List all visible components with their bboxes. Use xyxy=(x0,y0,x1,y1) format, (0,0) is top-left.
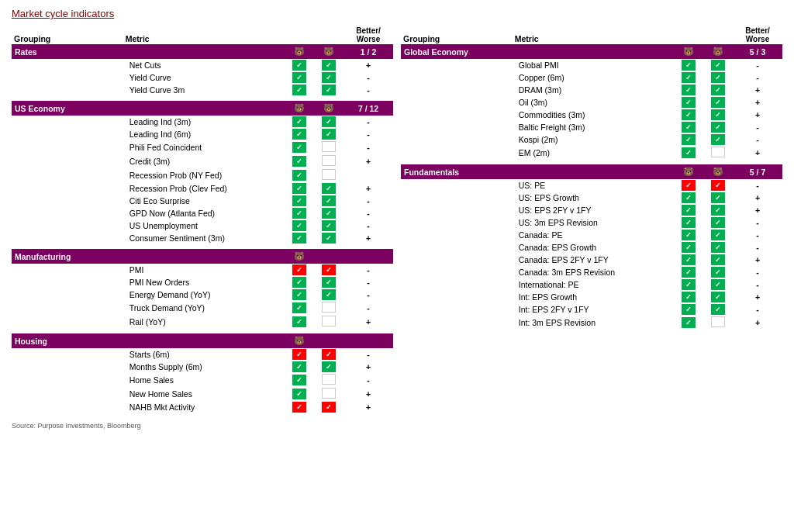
indicator-1-cell: ✓ xyxy=(284,361,313,373)
metric-cell: Oil (3m) xyxy=(513,96,674,109)
group-bear1-cell: 🐻 xyxy=(284,101,313,116)
grouping-cell xyxy=(12,71,123,84)
grouping-cell xyxy=(401,133,513,146)
grouping-cell xyxy=(12,168,123,182)
indicator-2-cell: ✓ xyxy=(703,254,733,266)
grouping-cell xyxy=(401,266,513,278)
indicator-1-cell: ✓ xyxy=(673,316,703,330)
metric-cell: EM (2m) xyxy=(513,146,674,160)
metric-cell: PMI New Orders xyxy=(123,276,285,288)
group-bear1-cell: 🐻 xyxy=(673,44,703,59)
grouping-cell xyxy=(12,232,123,244)
table-row: Oil (3m)✓✓+ xyxy=(401,96,782,109)
better-worse-cell: - xyxy=(343,348,393,361)
grouping-cell xyxy=(401,241,513,254)
spacer-row xyxy=(12,413,393,418)
grouping-cell xyxy=(401,192,513,204)
grouping-cell xyxy=(12,128,123,140)
better-worse-cell: + xyxy=(733,109,782,121)
table-row: Rail (YoY)✓+ xyxy=(12,315,393,329)
group-name-cell: US Economy xyxy=(12,101,284,116)
indicator-1-cell: ✓ xyxy=(673,254,703,266)
group-bear2-cell: 🐻 xyxy=(314,101,343,116)
group-score-cell xyxy=(343,333,393,348)
grouping-cell xyxy=(401,229,513,241)
indicator-1-cell: ✓ xyxy=(284,315,313,329)
grouping-cell xyxy=(401,59,513,71)
better-worse-cell: + xyxy=(733,192,782,204)
indicator-1-cell: ✓ xyxy=(673,121,703,133)
group-bear1-cell: 🐻 xyxy=(284,249,313,264)
metric-cell: Phili Fed Coincident xyxy=(123,140,285,154)
indicator-1-cell: ✓ xyxy=(284,207,313,219)
indicator-1-cell: ✓ xyxy=(284,116,313,128)
better-worse-cell: + xyxy=(343,154,393,168)
indicator-1-cell: ✓ xyxy=(673,146,703,160)
indicator-2-cell: ✓ xyxy=(703,192,733,204)
better-worse-cell: + xyxy=(343,315,393,329)
indicator-2-cell: ✓ xyxy=(314,232,343,244)
better-worse-cell: - xyxy=(343,71,393,84)
table-row: US: EPS Growth✓✓+ xyxy=(401,192,782,204)
better-worse-cell: - xyxy=(733,133,782,146)
right-bw-header: Better/Worse xyxy=(733,26,782,44)
metric-cell: Canada: 3m EPS Revision xyxy=(513,266,674,278)
metric-cell: Recession Prob (NY Fed) xyxy=(123,168,285,182)
table-row: Truck Demand (YoY)✓- xyxy=(12,301,393,315)
table-row: Int: EPS Growth✓✓+ xyxy=(401,291,782,303)
indicator-2-cell: ✓ xyxy=(314,288,343,301)
metric-cell: Credit (3m) xyxy=(123,154,285,168)
group-name-cell: Rates xyxy=(12,44,284,59)
metric-cell: Citi Eco Surprise xyxy=(123,195,285,207)
better-worse-cell: + xyxy=(733,204,782,216)
grouping-cell xyxy=(12,315,123,329)
indicator-2-cell: ✓ xyxy=(314,128,343,140)
indicator-2-cell xyxy=(703,146,733,160)
indicator-2-cell: ✓ xyxy=(314,264,343,276)
indicator-2-cell: ✓ xyxy=(703,71,733,84)
metric-cell: US: PE xyxy=(513,179,674,192)
metric-cell: Months Supply (6m) xyxy=(123,361,285,373)
better-worse-cell: + xyxy=(343,182,393,195)
grouping-cell xyxy=(12,140,123,154)
left-bear2-header xyxy=(314,26,343,44)
indicator-2-cell: ✓ xyxy=(314,182,343,195)
group-score-cell: 7 / 12 xyxy=(343,101,393,116)
group-name-cell: Fundamentals xyxy=(401,164,673,179)
indicator-1-cell: ✓ xyxy=(284,264,313,276)
indicator-1-cell: ✓ xyxy=(284,128,313,140)
better-worse-cell: - xyxy=(733,121,782,133)
right-bear1-header xyxy=(673,26,703,44)
group-name-cell: Manufacturing xyxy=(12,249,284,264)
better-worse-cell: - xyxy=(733,266,782,278)
indicator-1-cell: ✓ xyxy=(673,192,703,204)
indicator-2-cell: ✓ xyxy=(314,71,343,84)
group-header-row: Manufacturing🐻 xyxy=(12,249,393,264)
better-worse-cell: + xyxy=(343,59,393,71)
metric-cell: US: EPS 2FY v 1FY xyxy=(513,204,674,216)
better-worse-cell: + xyxy=(343,361,393,373)
metric-cell: Leading Ind (3m) xyxy=(123,116,285,128)
table-row: Home Sales✓- xyxy=(12,373,393,387)
indicator-2-cell xyxy=(314,154,343,168)
left-table: Grouping Metric Better/Worse Rates🐻🐻1 / … xyxy=(12,26,393,418)
table-row: Canada: EPS 2FY v 1FY✓✓+ xyxy=(401,254,782,266)
indicator-2-cell: ✓ xyxy=(314,401,343,413)
indicator-1-cell: ✓ xyxy=(284,182,313,195)
indicator-2-cell xyxy=(314,301,343,315)
indicator-2-cell: ✓ xyxy=(703,96,733,109)
metric-cell: Copper (6m) xyxy=(513,71,674,84)
group-name-cell: Housing xyxy=(12,333,284,348)
table-row: New Home Sales✓+ xyxy=(12,387,393,401)
left-bw-header: Better/Worse xyxy=(343,26,393,44)
better-worse-cell: + xyxy=(733,254,782,266)
better-worse-cell: + xyxy=(733,96,782,109)
grouping-cell xyxy=(401,179,513,192)
better-worse-cell: - xyxy=(733,229,782,241)
table-row: Int: EPS 2FY v 1FY✓✓- xyxy=(401,303,782,316)
indicator-1-cell: ✓ xyxy=(284,232,313,244)
grouping-cell xyxy=(401,278,513,291)
grouping-cell xyxy=(12,59,123,71)
table-row: Net Cuts✓✓+ xyxy=(12,59,393,71)
table-row: EM (2m)✓+ xyxy=(401,146,782,160)
